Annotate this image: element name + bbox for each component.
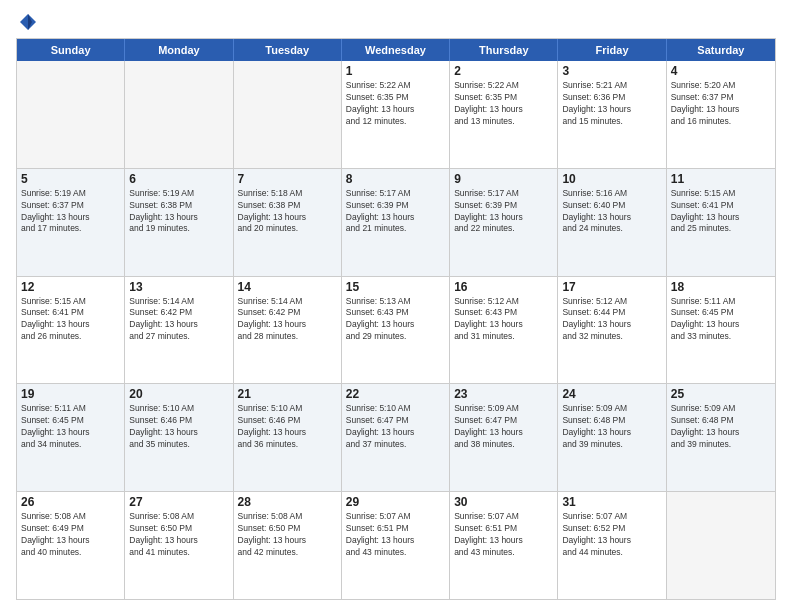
day-number: 19: [21, 387, 120, 401]
calendar-body: 1Sunrise: 5:22 AM Sunset: 6:35 PM Daylig…: [17, 61, 775, 599]
calendar-header-thursday: Thursday: [450, 39, 558, 61]
calendar-cell: 26Sunrise: 5:08 AM Sunset: 6:49 PM Dayli…: [17, 492, 125, 599]
calendar-cell: 27Sunrise: 5:08 AM Sunset: 6:50 PM Dayli…: [125, 492, 233, 599]
calendar-week-3: 12Sunrise: 5:15 AM Sunset: 6:41 PM Dayli…: [17, 276, 775, 384]
day-number: 24: [562, 387, 661, 401]
day-number: 10: [562, 172, 661, 186]
calendar-cell: 2Sunrise: 5:22 AM Sunset: 6:35 PM Daylig…: [450, 61, 558, 168]
day-info: Sunrise: 5:08 AM Sunset: 6:49 PM Dayligh…: [21, 511, 120, 559]
day-info: Sunrise: 5:14 AM Sunset: 6:42 PM Dayligh…: [238, 296, 337, 344]
day-info: Sunrise: 5:10 AM Sunset: 6:46 PM Dayligh…: [238, 403, 337, 451]
day-number: 7: [238, 172, 337, 186]
day-info: Sunrise: 5:08 AM Sunset: 6:50 PM Dayligh…: [129, 511, 228, 559]
calendar-cell: 4Sunrise: 5:20 AM Sunset: 6:37 PM Daylig…: [667, 61, 775, 168]
day-number: 23: [454, 387, 553, 401]
day-number: 5: [21, 172, 120, 186]
day-number: 6: [129, 172, 228, 186]
calendar-cell: 3Sunrise: 5:21 AM Sunset: 6:36 PM Daylig…: [558, 61, 666, 168]
calendar-week-1: 1Sunrise: 5:22 AM Sunset: 6:35 PM Daylig…: [17, 61, 775, 168]
day-info: Sunrise: 5:17 AM Sunset: 6:39 PM Dayligh…: [346, 188, 445, 236]
calendar-cell: 21Sunrise: 5:10 AM Sunset: 6:46 PM Dayli…: [234, 384, 342, 491]
day-info: Sunrise: 5:07 AM Sunset: 6:52 PM Dayligh…: [562, 511, 661, 559]
day-info: Sunrise: 5:12 AM Sunset: 6:44 PM Dayligh…: [562, 296, 661, 344]
calendar-header-sunday: Sunday: [17, 39, 125, 61]
calendar-cell: 20Sunrise: 5:10 AM Sunset: 6:46 PM Dayli…: [125, 384, 233, 491]
calendar-week-2: 5Sunrise: 5:19 AM Sunset: 6:37 PM Daylig…: [17, 168, 775, 276]
calendar-cell: [667, 492, 775, 599]
day-info: Sunrise: 5:20 AM Sunset: 6:37 PM Dayligh…: [671, 80, 771, 128]
day-info: Sunrise: 5:09 AM Sunset: 6:48 PM Dayligh…: [562, 403, 661, 451]
calendar-cell: 22Sunrise: 5:10 AM Sunset: 6:47 PM Dayli…: [342, 384, 450, 491]
calendar-header-saturday: Saturday: [667, 39, 775, 61]
calendar-cell: 8Sunrise: 5:17 AM Sunset: 6:39 PM Daylig…: [342, 169, 450, 276]
calendar-cell: 28Sunrise: 5:08 AM Sunset: 6:50 PM Dayli…: [234, 492, 342, 599]
day-number: 30: [454, 495, 553, 509]
day-info: Sunrise: 5:07 AM Sunset: 6:51 PM Dayligh…: [454, 511, 553, 559]
day-number: 1: [346, 64, 445, 78]
calendar-cell: 11Sunrise: 5:15 AM Sunset: 6:41 PM Dayli…: [667, 169, 775, 276]
calendar-cell: 23Sunrise: 5:09 AM Sunset: 6:47 PM Dayli…: [450, 384, 558, 491]
calendar-cell: 30Sunrise: 5:07 AM Sunset: 6:51 PM Dayli…: [450, 492, 558, 599]
calendar-cell: 7Sunrise: 5:18 AM Sunset: 6:38 PM Daylig…: [234, 169, 342, 276]
calendar-cell: 24Sunrise: 5:09 AM Sunset: 6:48 PM Dayli…: [558, 384, 666, 491]
day-number: 20: [129, 387, 228, 401]
day-info: Sunrise: 5:17 AM Sunset: 6:39 PM Dayligh…: [454, 188, 553, 236]
calendar-cell: 10Sunrise: 5:16 AM Sunset: 6:40 PM Dayli…: [558, 169, 666, 276]
calendar-header-monday: Monday: [125, 39, 233, 61]
day-number: 27: [129, 495, 228, 509]
calendar-cell: 5Sunrise: 5:19 AM Sunset: 6:37 PM Daylig…: [17, 169, 125, 276]
day-info: Sunrise: 5:15 AM Sunset: 6:41 PM Dayligh…: [671, 188, 771, 236]
calendar-cell: 31Sunrise: 5:07 AM Sunset: 6:52 PM Dayli…: [558, 492, 666, 599]
day-info: Sunrise: 5:08 AM Sunset: 6:50 PM Dayligh…: [238, 511, 337, 559]
day-number: 4: [671, 64, 771, 78]
day-info: Sunrise: 5:11 AM Sunset: 6:45 PM Dayligh…: [671, 296, 771, 344]
day-info: Sunrise: 5:09 AM Sunset: 6:47 PM Dayligh…: [454, 403, 553, 451]
logo: [16, 12, 38, 32]
day-info: Sunrise: 5:22 AM Sunset: 6:35 PM Dayligh…: [454, 80, 553, 128]
calendar-cell: [17, 61, 125, 168]
calendar-header-row: SundayMondayTuesdayWednesdayThursdayFrid…: [17, 39, 775, 61]
day-number: 29: [346, 495, 445, 509]
calendar-page: SundayMondayTuesdayWednesdayThursdayFrid…: [0, 0, 792, 612]
logo-icon: [18, 12, 38, 32]
day-number: 2: [454, 64, 553, 78]
day-info: Sunrise: 5:13 AM Sunset: 6:43 PM Dayligh…: [346, 296, 445, 344]
calendar-week-4: 19Sunrise: 5:11 AM Sunset: 6:45 PM Dayli…: [17, 383, 775, 491]
day-number: 26: [21, 495, 120, 509]
calendar-cell: 1Sunrise: 5:22 AM Sunset: 6:35 PM Daylig…: [342, 61, 450, 168]
day-number: 11: [671, 172, 771, 186]
day-number: 31: [562, 495, 661, 509]
day-info: Sunrise: 5:18 AM Sunset: 6:38 PM Dayligh…: [238, 188, 337, 236]
day-number: 12: [21, 280, 120, 294]
calendar-cell: 18Sunrise: 5:11 AM Sunset: 6:45 PM Dayli…: [667, 277, 775, 384]
calendar-cell: [125, 61, 233, 168]
calendar-week-5: 26Sunrise: 5:08 AM Sunset: 6:49 PM Dayli…: [17, 491, 775, 599]
day-info: Sunrise: 5:15 AM Sunset: 6:41 PM Dayligh…: [21, 296, 120, 344]
day-info: Sunrise: 5:07 AM Sunset: 6:51 PM Dayligh…: [346, 511, 445, 559]
calendar-cell: 9Sunrise: 5:17 AM Sunset: 6:39 PM Daylig…: [450, 169, 558, 276]
day-info: Sunrise: 5:19 AM Sunset: 6:38 PM Dayligh…: [129, 188, 228, 236]
day-number: 17: [562, 280, 661, 294]
header: [16, 12, 776, 32]
day-number: 18: [671, 280, 771, 294]
calendar: SundayMondayTuesdayWednesdayThursdayFrid…: [16, 38, 776, 600]
day-number: 28: [238, 495, 337, 509]
day-number: 3: [562, 64, 661, 78]
day-number: 21: [238, 387, 337, 401]
calendar-cell: 14Sunrise: 5:14 AM Sunset: 6:42 PM Dayli…: [234, 277, 342, 384]
calendar-cell: 25Sunrise: 5:09 AM Sunset: 6:48 PM Dayli…: [667, 384, 775, 491]
calendar-cell: 29Sunrise: 5:07 AM Sunset: 6:51 PM Dayli…: [342, 492, 450, 599]
day-number: 16: [454, 280, 553, 294]
day-info: Sunrise: 5:19 AM Sunset: 6:37 PM Dayligh…: [21, 188, 120, 236]
day-number: 8: [346, 172, 445, 186]
calendar-cell: [234, 61, 342, 168]
calendar-cell: 16Sunrise: 5:12 AM Sunset: 6:43 PM Dayli…: [450, 277, 558, 384]
day-info: Sunrise: 5:11 AM Sunset: 6:45 PM Dayligh…: [21, 403, 120, 451]
day-info: Sunrise: 5:21 AM Sunset: 6:36 PM Dayligh…: [562, 80, 661, 128]
day-info: Sunrise: 5:10 AM Sunset: 6:47 PM Dayligh…: [346, 403, 445, 451]
day-number: 9: [454, 172, 553, 186]
day-number: 22: [346, 387, 445, 401]
day-info: Sunrise: 5:22 AM Sunset: 6:35 PM Dayligh…: [346, 80, 445, 128]
calendar-header-friday: Friday: [558, 39, 666, 61]
calendar-cell: 13Sunrise: 5:14 AM Sunset: 6:42 PM Dayli…: [125, 277, 233, 384]
